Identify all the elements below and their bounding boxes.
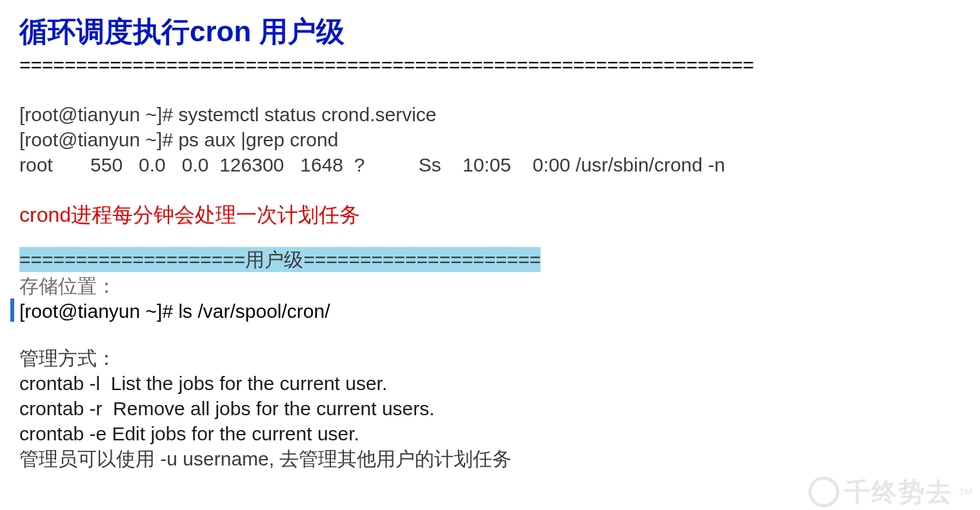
admin-note: 管理员可以使用 -u username, 去管理其他用户的计划任务 bbox=[19, 446, 961, 471]
cmd-line-3: root 550 0.0 0.0 126300 1648 ? Ss 10:05 … bbox=[19, 152, 961, 177]
top-separator: ========================================… bbox=[19, 52, 961, 77]
page-title: 循环调度执行cron 用户级 bbox=[19, 13, 961, 50]
crond-note: crond进程每分钟会处理一次计划任务 bbox=[19, 202, 961, 229]
storage-cmd: [root@tianyun ~]# ls /var/spool/cron/ bbox=[19, 300, 330, 322]
management-label: 管理方式： bbox=[19, 346, 961, 371]
crontab-l: crontab -l List the jobs for the current… bbox=[19, 371, 961, 396]
watermark: 千终势去 TM bbox=[808, 475, 972, 509]
storage-location-label: 存储位置： bbox=[19, 273, 961, 299]
storage-cmd-line: [root@tianyun ~]# ls /var/spool/cron/ bbox=[19, 299, 961, 324]
cursor-indicator bbox=[10, 299, 14, 322]
crontab-e: crontab -e Edit jobs for the current use… bbox=[19, 421, 961, 446]
cmd-line-1: [root@tianyun ~]# systemctl status crond… bbox=[19, 102, 961, 127]
command-block: [root@tianyun ~]# systemctl status crond… bbox=[19, 102, 961, 177]
crontab-r: crontab -r Remove all jobs for the curre… bbox=[19, 396, 961, 421]
user-level-separator: ====================用户级=================… bbox=[19, 247, 541, 272]
watermark-logo-icon bbox=[808, 476, 839, 507]
trademark-symbol: TM bbox=[959, 486, 972, 498]
cmd-line-2: [root@tianyun ~]# ps aux |grep crond bbox=[19, 127, 961, 152]
watermark-text: 千终势去 bbox=[845, 475, 953, 509]
